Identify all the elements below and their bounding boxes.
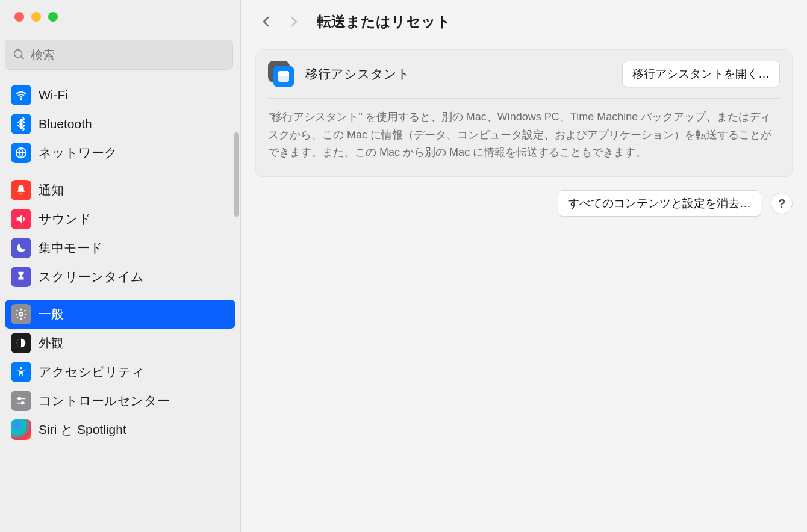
header: 転送またはリセット [241,0,807,43]
moon-icon [11,238,31,258]
search-input[interactable] [31,48,225,62]
svg-point-10 [22,402,24,404]
sidebar-item-label: Wi-Fi [39,88,68,102]
search-icon [13,48,26,61]
sliders-icon [11,391,31,411]
bottom-actions: すべてのコンテンツと設定を消去… ? [255,190,793,217]
svg-point-8 [18,398,20,400]
sidebar-item-appearance[interactable]: 外観 [5,329,235,357]
sidebar-item-control-center[interactable]: コントロールセンター [5,386,235,415]
nav-back-button[interactable] [255,11,277,32]
gear-icon [11,304,31,324]
sidebar-item-accessibility[interactable]: アクセシビリティ [5,357,235,386]
open-migration-assistant-button[interactable]: 移行アシスタントを開く… [622,61,780,87]
search-field[interactable] [5,40,233,70]
hourglass-icon [11,267,31,287]
help-button[interactable]: ? [771,193,793,214]
main-panel: 転送またはリセット 移行アシスタント 移行アシスタントを開く… "移行アシスタン… [241,0,807,532]
migration-left: 移行アシスタント [268,61,410,87]
nav-forward-button[interactable] [283,11,305,32]
divider [268,98,780,99]
zoom-window-button[interactable] [48,12,58,22]
svg-line-1 [21,57,24,60]
bell-icon [11,180,31,200]
sidebar-item-label: アクセシビリティ [39,363,145,380]
sidebar-item-label: 集中モード [39,240,103,256]
erase-all-content-button[interactable]: すべてのコンテンツと設定を消去… [558,190,761,217]
window-controls [0,0,240,34]
migration-title: 移行アシスタント [305,66,410,82]
svg-point-6 [20,367,22,370]
close-window-button[interactable] [14,12,24,22]
sidebar-item-label: ネットワーク [39,144,117,161]
migration-description: "移行アシスタント" を使用すると、別の Mac、Windows PC、Time… [268,108,780,162]
content: 移行アシスタント 移行アシスタントを開く… "移行アシスタント" を使用すると、… [241,43,807,532]
sidebar-item-general[interactable]: 一般 [5,300,235,329]
sidebar-list: Wi-Fi Bluetooth ネットワーク 通知 サウンド 集中モ [0,81,240,532]
search-wrap [0,34,240,81]
svg-point-0 [14,50,22,58]
sidebar-item-siri-spotlight[interactable]: Siri と Spotlight [5,415,235,444]
sidebar-item-wifi[interactable]: Wi-Fi [5,81,235,110]
globe-icon [11,143,31,163]
sidebar-item-focus[interactable]: 集中モード [5,234,235,262]
sidebar-item-bluetooth[interactable]: Bluetooth [5,110,235,138]
sidebar-item-label: Bluetooth [39,117,92,131]
migration-card: 移行アシスタント 移行アシスタントを開く… "移行アシスタント" を使用すると、… [255,49,793,177]
sidebar-item-notifications[interactable]: 通知 [5,176,235,205]
wifi-icon [11,85,31,105]
page-title: 転送またはリセット [317,12,451,31]
sidebar-item-network[interactable]: ネットワーク [5,138,235,167]
sidebar-item-label: 外観 [39,335,64,351]
sidebar-item-label: サウンド [39,211,92,227]
sidebar-item-label: 通知 [39,182,64,199]
sidebar-item-sound[interactable]: サウンド [5,205,235,234]
siri-icon [11,419,31,440]
migration-assistant-icon [268,61,294,87]
sidebar: Wi-Fi Bluetooth ネットワーク 通知 サウンド 集中モ [0,0,241,532]
chevron-right-icon [287,14,301,29]
appearance-icon [11,333,31,353]
sidebar-item-label: スクリーンタイム [39,268,144,285]
sidebar-item-label: コントロールセンター [39,392,170,409]
sidebar-item-label: Siri と Spotlight [39,421,126,438]
minimize-window-button[interactable] [31,12,41,22]
svg-point-4 [19,312,23,316]
sidebar-item-screentime[interactable]: スクリーンタイム [5,262,235,291]
accessibility-icon [11,362,31,382]
migration-row: 移行アシスタント 移行アシスタントを開く… [268,61,780,87]
scrollbar-thumb[interactable] [234,132,239,217]
sidebar-item-label: 一般 [39,306,64,323]
speaker-icon [11,209,31,229]
chevron-left-icon [259,14,273,29]
bluetooth-icon [11,114,31,134]
svg-point-2 [20,99,22,100]
